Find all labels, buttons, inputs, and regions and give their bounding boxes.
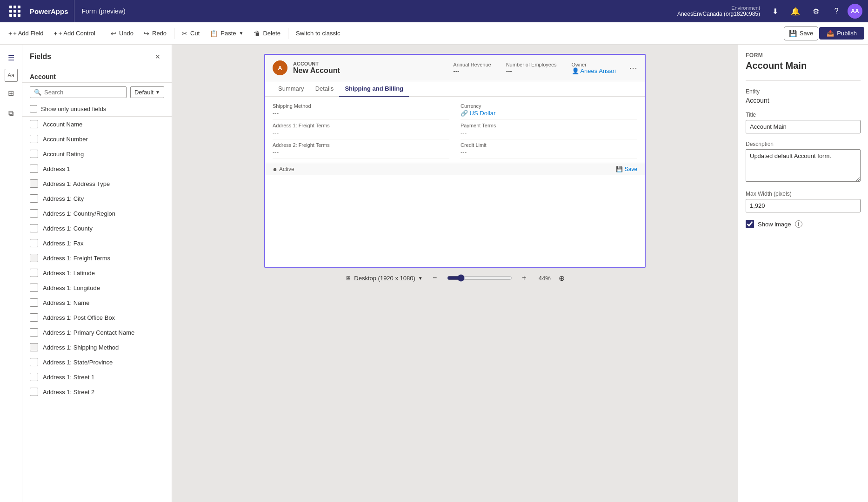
main-layout: ☰ Aa ⊞ ⧉ Fields ✕ Account 🔍 Default ▼ Sh… <box>0 45 868 502</box>
show-image-row: Show image i <box>746 220 861 228</box>
save-button[interactable]: 💾 Save <box>784 26 819 40</box>
field-item[interactable]: Address 1: Street 2 <box>22 384 172 399</box>
undo-icon: ↩ <box>111 30 116 37</box>
tab-details[interactable]: Details <box>310 81 340 97</box>
help-icon[interactable]: ? <box>827 2 846 20</box>
nav-fields-icon[interactable]: Aa <box>5 69 18 82</box>
download-icon[interactable]: ⬇ <box>766 2 784 20</box>
nav-menu-icon[interactable]: ☰ <box>2 48 20 67</box>
freight-terms-2-value: --- <box>273 149 449 156</box>
search-input[interactable] <box>44 89 122 96</box>
field-item[interactable]: Address 1: Country/Region <box>22 206 172 221</box>
form-save-link[interactable]: 💾 Save <box>616 166 637 172</box>
zoom-out-button[interactable]: − <box>428 271 441 284</box>
field-item[interactable]: Address 1: Primary Contact Name <box>22 325 172 340</box>
form-status: ⏺Active <box>273 166 294 172</box>
show-image-info-icon[interactable]: i <box>795 220 802 228</box>
paste-button[interactable]: 📋 Paste ▼ <box>205 27 248 40</box>
desktop-selector[interactable]: 🖥 Desktop (1920 x 1080) ▼ <box>345 275 422 282</box>
form-preview: A ACCOUNT New Account Annual Revenue ---… <box>264 54 646 268</box>
right-panel-header: Form Account Main <box>738 45 868 80</box>
show-unused-checkbox[interactable] <box>30 105 37 112</box>
bell-icon[interactable]: 🔔 <box>786 2 805 20</box>
currency-label: Currency <box>461 103 637 109</box>
redo-icon: ↪ <box>144 30 149 37</box>
field-item[interactable]: Address 1: Shipping Method <box>22 340 172 355</box>
max-width-prop-input[interactable] <box>746 199 861 212</box>
field-item[interactable]: Address 1: Freight Terms <box>22 251 172 265</box>
form-record-name: New Account <box>293 66 447 75</box>
person-icon: 👤 <box>572 67 579 74</box>
page-title: Form (preview) <box>74 7 133 15</box>
switch-classic-button[interactable]: Switch to classic <box>291 27 345 40</box>
cut-button[interactable]: ✂ Cut <box>177 27 204 40</box>
redo-button[interactable]: ↪ Redo <box>139 27 171 40</box>
title-prop-input[interactable] <box>746 120 861 133</box>
nav-layers-icon[interactable]: ⧉ <box>2 104 20 123</box>
field-item[interactable]: Address 1: Post Office Box <box>22 310 172 325</box>
form-header-expand-icon[interactable]: ⋯ <box>629 63 637 73</box>
desktop-label-text: Desktop (1920 x 1080) <box>354 275 415 282</box>
paste-label: Paste <box>220 30 236 37</box>
undo-button[interactable]: ↩ Undo <box>106 27 138 40</box>
dropdown-label: Default <box>134 89 154 96</box>
field-item[interactable]: Address 1: Address Type <box>22 176 172 191</box>
show-unused-label[interactable]: Show only unused fields <box>41 106 106 112</box>
currency-value[interactable]: 🔗 US Dollar <box>461 110 637 117</box>
owner-value[interactable]: 👤 Anees Ansari <box>572 67 616 74</box>
search-icon: 🔍 <box>34 89 41 96</box>
freight-terms-2-label: Address 2: Freight Terms <box>273 142 449 148</box>
field-label: Address 1: Latitude <box>43 270 95 277</box>
field-item[interactable]: Address 1: Longitude <box>22 280 172 295</box>
field-item[interactable]: Address 1 <box>22 161 172 176</box>
field-label: Address 1: Country/Region <box>43 210 115 217</box>
add-control-button[interactable]: + + Add Control <box>49 27 100 40</box>
tab-shipping-billing[interactable]: Shipping and Billing <box>339 81 409 97</box>
delete-label: Delete <box>263 30 280 37</box>
field-item[interactable]: Address 1: State/Province <box>22 355 172 370</box>
fit-to-screen-icon[interactable]: ⊕ <box>559 274 565 283</box>
field-label: Address 1: Post Office Box <box>43 314 115 321</box>
field-item[interactable]: Address 1: City <box>22 191 172 206</box>
delete-button[interactable]: 🗑 Delete <box>249 27 285 40</box>
settings-icon[interactable]: ⚙ <box>807 2 825 20</box>
field-item[interactable]: Account Rating <box>22 146 172 161</box>
description-prop-textarea[interactable]: Updated default Account form. <box>746 149 861 182</box>
waffle-icon <box>9 6 20 17</box>
field-item[interactable]: Address 1: Latitude <box>22 265 172 280</box>
add-field-button[interactable]: + + Add Field <box>4 27 48 40</box>
right-panel-title: Account Main <box>746 60 861 71</box>
waffle-menu[interactable] <box>6 0 24 22</box>
field-label: Address 1: State/Province <box>43 359 113 366</box>
fields-close-button[interactable]: ✕ <box>151 50 164 63</box>
zoom-slider[interactable] <box>447 274 512 282</box>
field-item[interactable]: Account Number <box>22 132 172 146</box>
add-field-label: + Add Field <box>13 30 43 37</box>
nav-components-icon[interactable]: ⊞ <box>2 84 20 102</box>
save-label: Save <box>800 30 814 37</box>
zoom-in-button[interactable]: + <box>518 271 531 284</box>
field-item[interactable]: Address 1: County <box>22 221 172 236</box>
field-item[interactable]: Address 1: Fax <box>22 236 172 251</box>
paste-dropdown-icon[interactable]: ▼ <box>239 31 244 36</box>
app-logo[interactable]: PowerApps <box>24 0 74 22</box>
owner-label: Owner <box>572 62 616 67</box>
description-prop-label: Description <box>746 141 861 147</box>
default-dropdown[interactable]: Default ▼ <box>130 86 164 98</box>
canvas-area[interactable]: A ACCOUNT New Account Annual Revenue ---… <box>172 45 738 502</box>
publish-button[interactable]: 📤 Publish <box>819 27 864 40</box>
field-label: Address 1: Freight Terms <box>43 255 110 262</box>
tab-summary[interactable]: Summary <box>273 81 310 97</box>
field-item[interactable]: Account Name <box>22 117 172 132</box>
form-body: Shipping Method --- Address 1: Freight T… <box>265 97 645 163</box>
max-width-prop: Max Width (pixels) <box>746 191 861 212</box>
show-image-checkbox[interactable] <box>746 220 754 228</box>
field-item[interactable]: Address 1: Name <box>22 295 172 310</box>
avatar[interactable]: AA <box>848 4 862 19</box>
field-label: Account Number <box>43 136 88 143</box>
plus-icon: + <box>8 30 12 37</box>
field-item[interactable]: Address 1: Street 1 <box>22 370 172 384</box>
fields-list: Account NameAccount NumberAccount Rating… <box>22 117 172 502</box>
field-rect-icon <box>30 254 38 262</box>
field-grid-icon <box>30 224 38 232</box>
